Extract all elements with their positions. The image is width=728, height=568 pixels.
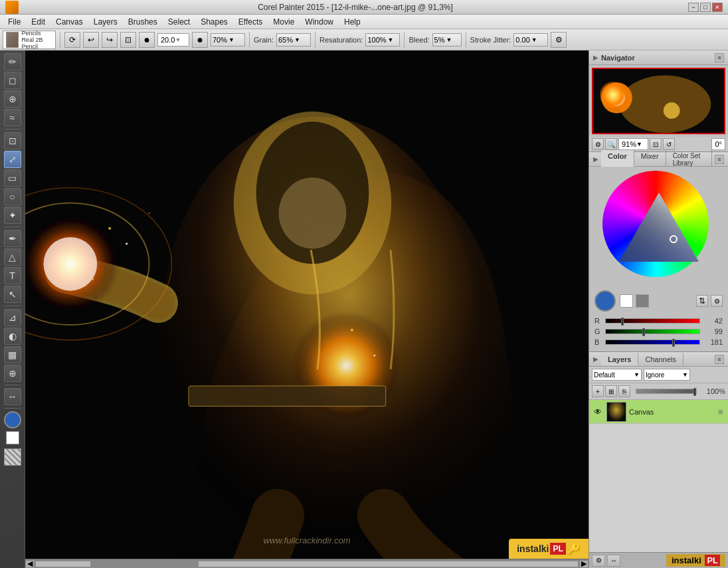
menu-edit[interactable]: Edit: [26, 15, 50, 29]
menu-select[interactable]: Select: [163, 15, 195, 29]
settings-button[interactable]: ⚙: [551, 32, 567, 48]
color-triangle-svg[interactable]: [619, 193, 699, 262]
close-button[interactable]: ✕: [712, 3, 723, 12]
tool-text[interactable]: T: [4, 267, 21, 284]
panel-bottom-btn-2[interactable]: ↔: [607, 555, 620, 567]
red-slider-thumb[interactable]: [621, 318, 624, 326]
tool-transform[interactable]: ⤢: [4, 151, 21, 168]
tab-color[interactable]: Color: [601, 150, 634, 169]
tool-brush[interactable]: ✏: [4, 53, 21, 70]
nav-thumbnail[interactable]: [592, 68, 725, 134]
panel-bottom-btn-1[interactable]: ⚙: [592, 555, 605, 567]
horizontal-scrollbar[interactable]: ◀ ▶: [25, 559, 589, 568]
tool-mirror[interactable]: ↔: [4, 388, 21, 405]
menu-brushes[interactable]: Brushes: [123, 15, 163, 29]
main-color-swatch[interactable]: [594, 290, 616, 312]
nav-zoom-in-btn[interactable]: 🔍: [605, 138, 617, 150]
swap-colors-btn[interactable]: ⇅: [696, 295, 708, 307]
menu-window[interactable]: Window: [300, 15, 339, 29]
nav-fit-btn[interactable]: ⊡: [650, 138, 662, 150]
gray-swatch[interactable]: [636, 294, 649, 308]
undo-button[interactable]: ↩: [83, 32, 99, 48]
tool-pen[interactable]: ✒: [4, 230, 21, 247]
green-slider-track[interactable]: [605, 329, 700, 334]
menu-movie[interactable]: Movie: [268, 15, 300, 29]
opacity-slider-track[interactable]: [636, 389, 697, 394]
nav-reset-btn[interactable]: ↺: [663, 138, 675, 150]
nav-settings-btn[interactable]: ⚙: [592, 138, 604, 150]
composite-select[interactable]: Ignore ▼: [644, 369, 690, 381]
tool-hand[interactable]: ↖: [4, 286, 21, 303]
layers-menu-btn[interactable]: ≡: [715, 355, 724, 364]
tool-eraser[interactable]: ◻: [4, 72, 21, 89]
white-swatch[interactable]: [620, 294, 633, 308]
grain-select[interactable]: 65%▼: [276, 33, 311, 47]
new-group-btn[interactable]: ⊞: [605, 385, 617, 397]
resize-button[interactable]: ⊡: [120, 32, 136, 48]
stroke-jitter-select[interactable]: 0.00▼: [513, 33, 548, 47]
foreground-color[interactable]: [4, 411, 21, 428]
brush-circle-button[interactable]: ●: [139, 32, 155, 48]
color-options-btn[interactable]: ⚙: [711, 295, 723, 307]
nav-zoom-display[interactable]: 91% ▼: [618, 138, 648, 150]
tool-clone[interactable]: ⊕: [4, 90, 21, 108]
menu-file[interactable]: File: [3, 15, 26, 29]
tool-magic-wand[interactable]: ✦: [4, 207, 21, 224]
minimize-button[interactable]: −: [688, 3, 699, 12]
layer-options-btn[interactable]: ⊞: [716, 407, 725, 417]
tool-smear[interactable]: ≈: [4, 109, 21, 126]
menu-shapes[interactable]: Shapes: [195, 15, 233, 29]
navigator-collapse-icon[interactable]: ▶: [593, 54, 598, 61]
nav-angle-display[interactable]: 0°: [711, 138, 725, 150]
paper-color-swatch[interactable]: [6, 431, 19, 444]
maximize-button[interactable]: □: [700, 3, 711, 12]
tab-layers[interactable]: Layers: [601, 353, 638, 365]
red-slider-track[interactable]: [605, 318, 700, 324]
color-panel-menu-btn[interactable]: ≡: [715, 155, 724, 164]
bleed-select[interactable]: 5%▼: [432, 33, 462, 47]
color-dot-button[interactable]: ●: [192, 32, 208, 48]
redo-button[interactable]: ↪: [102, 32, 118, 48]
rotate-tool-button[interactable]: ⟳: [64, 32, 80, 48]
size-input[interactable]: 20.0 ▼: [157, 33, 189, 47]
tool-dropper[interactable]: ⊿: [4, 309, 21, 326]
pattern-icon[interactable]: [4, 448, 21, 466]
menu-effects[interactable]: Effects: [233, 15, 268, 29]
new-layer-btn[interactable]: +: [592, 385, 604, 397]
scroll-right-btn[interactable]: ▶: [579, 560, 589, 568]
tool-fill[interactable]: ◐: [4, 328, 21, 345]
layers-collapse-icon[interactable]: ▶: [593, 355, 598, 363]
layer-item-canvas[interactable]: 👁 Canvas ⊞: [589, 400, 728, 424]
tool-zoom[interactable]: ⊕: [4, 365, 21, 382]
color-wheel-container[interactable]: [602, 171, 715, 284]
tool-select-rect[interactable]: ▭: [4, 169, 21, 187]
tool-crop[interactable]: ⊡: [4, 132, 21, 149]
tab-mixer[interactable]: Mixer: [634, 150, 666, 169]
canvas-image[interactable]: www.fullcrackindir.com instalki PL 🔑: [25, 50, 589, 559]
tab-color-set[interactable]: Color Set Library: [666, 150, 712, 169]
scroll-left-btn[interactable]: ◀: [25, 560, 35, 568]
toolbar-sep-3: [315, 32, 316, 48]
blend-mode-select[interactable]: Default ▼: [592, 369, 642, 381]
tool-lasso[interactable]: ○: [4, 188, 21, 205]
color-wheel-area[interactable]: [589, 167, 728, 288]
green-slider-thumb[interactable]: [642, 328, 645, 336]
tool-gradient[interactable]: ▦: [4, 346, 21, 363]
navigator-menu-btn[interactable]: ≡: [715, 53, 724, 62]
blue-slider-thumb[interactable]: [672, 339, 675, 347]
menu-canvas[interactable]: Canvas: [50, 15, 88, 29]
menu-help[interactable]: Help: [339, 15, 366, 29]
color-collapse-icon[interactable]: ▶: [593, 155, 598, 163]
blue-slider-track[interactable]: [605, 339, 700, 345]
tool-shape[interactable]: △: [4, 248, 21, 266]
scroll-track-h[interactable]: [36, 561, 578, 567]
tab-channels[interactable]: Channels: [638, 353, 683, 365]
scroll-thumb-h[interactable]: [90, 561, 199, 567]
resaturation-select[interactable]: 100%▼: [365, 33, 400, 47]
layer-visibility-btn[interactable]: 👁: [592, 406, 604, 418]
scroll-area[interactable]: www.fullcrackindir.com instalki PL 🔑: [25, 50, 589, 559]
duplicate-layer-btn[interactable]: ⎘: [618, 385, 630, 397]
opacity-select[interactable]: 70%▼: [211, 33, 245, 47]
menu-layers[interactable]: Layers: [88, 15, 123, 29]
opacity-thumb[interactable]: [693, 388, 696, 396]
